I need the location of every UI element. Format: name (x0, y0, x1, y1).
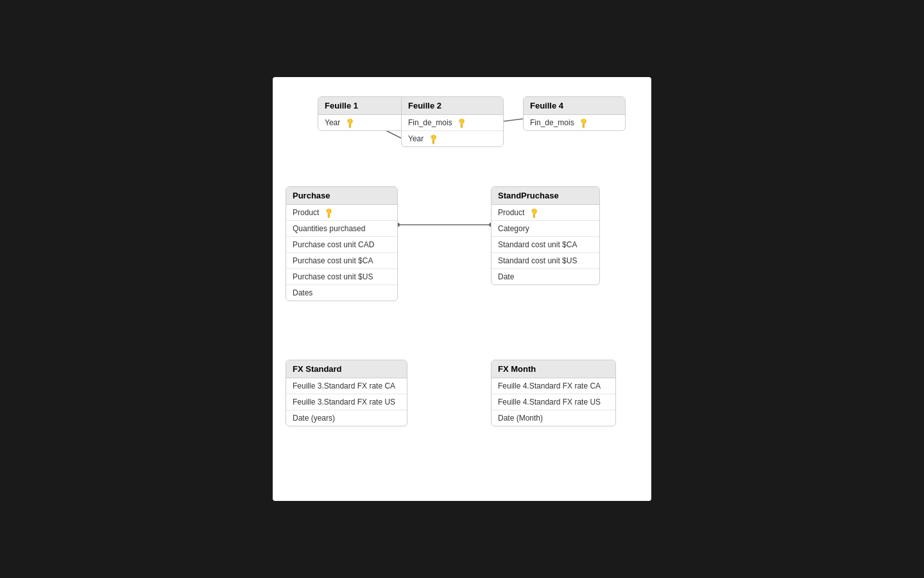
table-feuille2-header: Feuille 2 (402, 97, 503, 115)
table-fxstandard[interactable]: FX Standard Feuille 3.Standard FX rate C… (286, 360, 407, 426)
row-label: Year (325, 118, 340, 127)
row-label: Standard cost unit $CA (498, 240, 577, 249)
table-row: Standard cost unit $US (492, 253, 599, 269)
row-label: Product (293, 208, 319, 217)
table-row: Feuille 4.Standard FX rate US (492, 394, 615, 410)
table-row: Year 🔑 (402, 131, 503, 146)
key-icon: 🔑 (322, 207, 334, 219)
table-row: Fin_de_mois 🔑 (524, 115, 625, 130)
row-label: Fin_de_mois (530, 118, 574, 127)
row-label: Feuille 4.Standard FX rate US (498, 398, 601, 407)
row-label: Date (years) (293, 414, 335, 423)
table-row: Quantities purchased (286, 221, 397, 237)
table-row: Category (492, 221, 599, 237)
table-standpruchase-header: StandPruchase (492, 187, 599, 205)
table-row: Date (492, 269, 599, 285)
row-label: Standard cost unit $US (498, 256, 577, 265)
table-row: Feuille 3.Standard FX rate CA (286, 378, 407, 394)
table-row: Date (Month) (492, 410, 615, 426)
table-row: Product 🔑 (286, 205, 397, 221)
row-label: Purchase cost unit $CA (293, 256, 373, 265)
table-row: Standard cost unit $CA (492, 237, 599, 253)
row-label: Purchase cost unit CAD (293, 240, 374, 249)
row-label: Category (498, 224, 529, 233)
table-feuille2[interactable]: Feuille 2 Fin_de_mois 🔑 Year 🔑 (401, 96, 504, 147)
row-label: Purchase cost unit $US (293, 272, 373, 281)
row-label: Product (498, 208, 524, 217)
row-label: Year (408, 134, 424, 143)
key-icon: 🔑 (427, 133, 439, 145)
table-row: Product 🔑 (492, 205, 599, 221)
table-feuille4-header: Feuille 4 (524, 97, 625, 115)
row-label: Feuille 3.Standard FX rate US (293, 398, 395, 407)
table-row: Purchase cost unit $US (286, 269, 397, 285)
table-row: Fin_de_mois 🔑 (402, 115, 503, 131)
table-feuille4[interactable]: Feuille 4 Fin_de_mois 🔑 (523, 96, 626, 131)
key-icon: 🔑 (343, 117, 355, 129)
table-fxmonth-header: FX Month (492, 360, 615, 378)
key-icon: 🔑 (456, 117, 468, 129)
diagram-canvas: Feuille 1 Year 🔑 Feuille 2 Fin_de_mois 🔑… (273, 77, 651, 501)
table-purchase-header: Purchase (286, 187, 397, 205)
table-row: Feuille 3.Standard FX rate US (286, 394, 407, 410)
key-icon: 🔑 (578, 117, 590, 129)
table-row: Dates (286, 285, 397, 301)
table-standpruchase[interactable]: StandPruchase Product 🔑 Category Standar… (491, 186, 600, 285)
table-row: Feuille 4.Standard FX rate CA (492, 378, 615, 394)
row-label: Quantities purchased (293, 224, 365, 233)
row-label: Feuille 4.Standard FX rate CA (498, 381, 601, 390)
table-row: Purchase cost unit CAD (286, 237, 397, 253)
table-row: Date (years) (286, 410, 407, 426)
table-fxstandard-header: FX Standard (286, 360, 407, 378)
row-label: Feuille 3.Standard FX rate CA (293, 381, 395, 390)
row-label: Date (498, 272, 514, 281)
table-row: Purchase cost unit $CA (286, 253, 397, 269)
key-icon: 🔑 (527, 207, 540, 219)
row-label: Date (Month) (498, 414, 543, 423)
row-label: Dates (293, 288, 312, 297)
row-label: Fin_de_mois (408, 118, 452, 127)
table-fxmonth[interactable]: FX Month Feuille 4.Standard FX rate CA F… (491, 360, 616, 426)
table-purchase[interactable]: Purchase Product 🔑 Quantities purchased … (286, 186, 398, 301)
